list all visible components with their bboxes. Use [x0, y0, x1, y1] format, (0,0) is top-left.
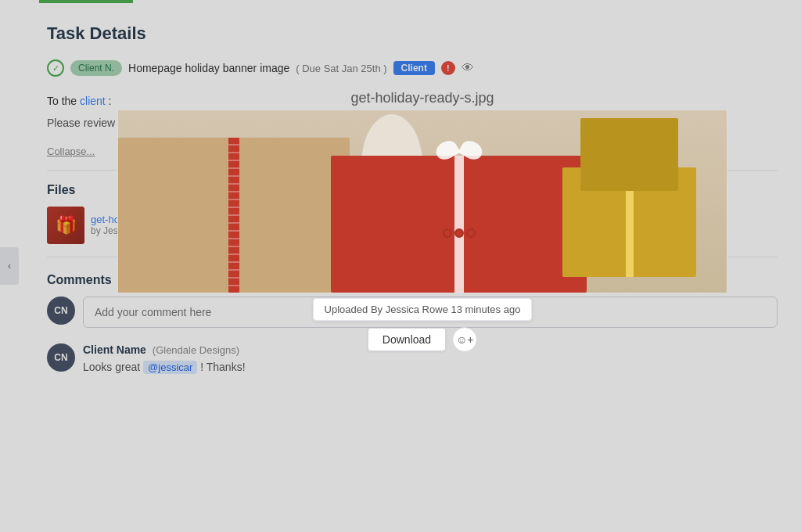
berry-3 [466, 228, 476, 238]
gift-brown-ribbon [228, 138, 239, 293]
gift-brown [118, 138, 350, 293]
image-overlay-image[interactable] [117, 110, 727, 293]
image-overlay-actions: Download ☺+ [368, 327, 477, 352]
emoji-reaction-button[interactable]: ☺+ [452, 327, 477, 352]
gift-gold-small [580, 118, 677, 191]
image-overlay: get-holiday-ready-s.jpg [113, 90, 731, 352]
download-button[interactable]: Download [368, 328, 446, 351]
page-wrapper: ‹ Task Details ✓ Client N. Homepage holi… [0, 0, 801, 532]
image-overlay-info: Uploaded By Jessica Rowe 13 minutes ago [313, 298, 533, 321]
image-overlay-filename: get-holiday-ready-s.jpg [350, 90, 494, 106]
gift-red-main [331, 156, 587, 293]
holly-berries [443, 228, 476, 238]
bow-left [433, 138, 460, 164]
bow-right [458, 138, 485, 164]
gift-ribbon-v [454, 156, 464, 293]
berry-1 [443, 228, 452, 238]
berry-2 [454, 228, 464, 238]
gift-scene [118, 110, 727, 293]
gift-bow [436, 142, 483, 165]
